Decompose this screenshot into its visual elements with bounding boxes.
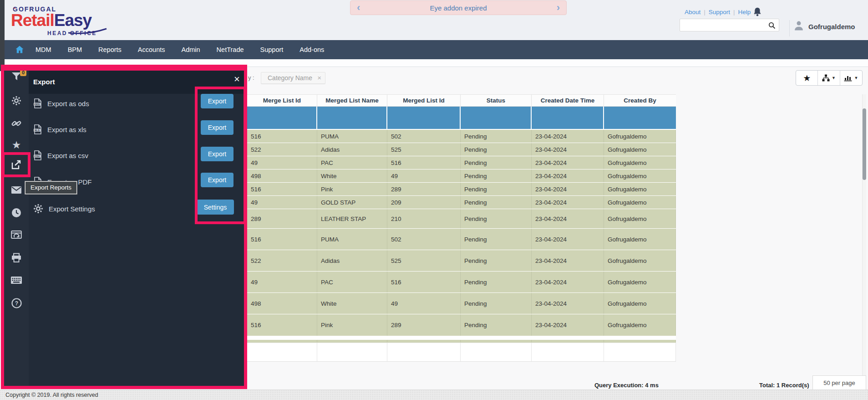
home-icon[interactable]: [15, 45, 24, 54]
export-icon[interactable]: [4, 159, 29, 171]
nav-item-bpm[interactable]: BPM: [68, 46, 82, 53]
keyboard-icon[interactable]: [4, 274, 29, 286]
column-filter-input[interactable]: [604, 107, 676, 129]
link-icon[interactable]: [4, 118, 29, 129]
nav-item-add-ons[interactable]: Add-ons: [299, 46, 324, 53]
vertical-scrollbar-thumb[interactable]: [863, 108, 866, 180]
table-filter-row: [247, 107, 676, 129]
table-cell: Gofrugaldemo: [604, 143, 676, 156]
table-row[interactable]: 498White49Pending23-04-2024Gofrugaldemo: [247, 169, 676, 183]
clock-icon[interactable]: [4, 207, 29, 219]
column-filter-input[interactable]: [387, 107, 461, 129]
table-row[interactable]: 289LEATHER STAP210Pending23-04-2024Gofru…: [247, 209, 676, 229]
table-cell: 516: [247, 183, 317, 195]
table-row[interactable]: 516Pink289Pending23-04-2024Gofrugaldemo: [247, 183, 676, 196]
link-separator: |: [704, 9, 706, 15]
table-row[interactable]: 516PUMA502Pending23-04-2024Gofrugaldemo: [247, 130, 676, 143]
table-cell: 23-04-2024: [532, 196, 604, 209]
export-button-1[interactable]: Export: [201, 94, 233, 108]
table-cell: 23-04-2024: [532, 314, 604, 336]
column-header-merge-list-id[interactable]: Merge List Id: [247, 95, 317, 106]
help-link[interactable]: Help: [738, 9, 751, 15]
column-header-created-by[interactable]: Created By: [604, 95, 676, 106]
column-filter-input[interactable]: [532, 107, 604, 129]
filter-chip-category-name[interactable]: Category Name ×: [261, 72, 325, 84]
nav-item-support[interactable]: Support: [260, 46, 284, 53]
nav-item-admin[interactable]: Admin: [182, 46, 200, 53]
table-partial-row: [247, 340, 676, 343]
table-cell: Gofrugaldemo: [604, 169, 676, 182]
column-header-merged-list-id[interactable]: Merged List Id: [387, 95, 461, 106]
favorite-button[interactable]: ★: [796, 71, 818, 85]
column-filter-input[interactable]: [461, 107, 532, 129]
export-button-2[interactable]: Export: [201, 120, 233, 135]
table-cell: 49: [247, 196, 317, 209]
table-row[interactable]: 522Adidas525Pending23-04-2024Gofrugaldem…: [247, 143, 676, 156]
user-avatar-icon[interactable]: [793, 20, 804, 32]
table-row[interactable]: 49GOLD STAP209Pending23-04-2024Gofrugald…: [247, 196, 676, 209]
nav-item-reports[interactable]: Reports: [98, 46, 122, 53]
export-option-export-as-csv[interactable]: CSVExport as csv: [33, 149, 88, 162]
banner-next-icon[interactable]: ›: [557, 1, 560, 14]
logo-retail-text: Retail: [11, 11, 54, 30]
export-option-export-as-xls[interactable]: XLSExport as xls: [33, 123, 86, 136]
table-cell: 23-04-2024: [532, 250, 604, 271]
table-cell: 525: [387, 250, 461, 271]
table-cell: 23-04-2024: [532, 272, 604, 292]
export-button-4[interactable]: Export: [201, 173, 233, 187]
table-cell: Gofrugaldemo: [604, 272, 676, 292]
chart-view-button[interactable]: ▼: [840, 71, 862, 85]
table-row[interactable]: 498White49Pending23-04-2024Gofrugaldemo: [247, 293, 676, 314]
printer-icon[interactable]: [4, 252, 29, 264]
column-header-merged-list-name[interactable]: Merged List Name: [317, 95, 387, 106]
monitor-icon[interactable]: [4, 229, 29, 241]
table-row[interactable]: 516Pink289Pending23-04-2024Gofrugaldemo: [247, 314, 676, 336]
table-row[interactable]: 49PAC516Pending23-04-2024Gofrugaldemo: [247, 156, 676, 169]
logo-swoosh: [67, 27, 107, 36]
svg-text:XLS: XLS: [35, 129, 40, 132]
export-panel-header: Export ×: [4, 71, 244, 94]
about-link[interactable]: About: [685, 9, 700, 15]
search-icon[interactable]: [768, 22, 776, 29]
per-page-selector[interactable]: 50 per page: [812, 375, 866, 390]
table-cell: 49: [247, 156, 317, 169]
user-name[interactable]: Gofrugaldemo: [808, 23, 855, 31]
filter-chip-label: Category Name: [268, 74, 312, 82]
export-button-3[interactable]: Export: [201, 147, 233, 161]
table-cell: Gofrugaldemo: [604, 196, 676, 209]
column-header-created-date-time[interactable]: Created Date Time: [532, 95, 604, 106]
help-icon[interactable]: ?: [4, 297, 29, 309]
nav-item-nettrade[interactable]: NetTrade: [217, 46, 244, 53]
column-filter-input[interactable]: [247, 107, 317, 129]
close-icon[interactable]: ×: [234, 73, 240, 85]
empty-cell: [532, 343, 604, 362]
star-icon[interactable]: ★: [4, 139, 29, 151]
table-cell: Pending: [461, 229, 532, 250]
tool-sidebar: 0 ★?: [4, 71, 29, 386]
table-cell: 289: [247, 209, 317, 228]
export-option-export-as-ods[interactable]: ODSExport as ods: [33, 97, 89, 110]
table-cell: 498: [247, 293, 317, 314]
query-execution-time: Query Execution: 4 ms: [594, 382, 659, 389]
partial-row-cell: [461, 340, 532, 343]
partial-row-cell: [247, 340, 317, 343]
column-header-status[interactable]: Status: [461, 95, 532, 106]
table-cell: Adidas: [317, 143, 387, 156]
chip-remove-icon[interactable]: ×: [317, 72, 321, 83]
banner-prev-icon[interactable]: ‹: [357, 1, 360, 14]
nav-item-accounts[interactable]: Accounts: [138, 46, 165, 53]
gear-icon[interactable]: [4, 95, 29, 107]
table-row[interactable]: 49PAC516Pending23-04-2024Gofrugaldemo: [247, 272, 676, 293]
hierarchy-view-button[interactable]: ▼: [818, 71, 840, 85]
notification-bell-icon[interactable]: [752, 7, 762, 17]
partial-row-cell: [532, 340, 604, 343]
gear-icon: [33, 204, 43, 214]
column-filter-input[interactable]: [317, 107, 387, 129]
search-input[interactable]: [683, 20, 765, 30]
export-option-export-settings[interactable]: Export Settings: [33, 202, 95, 215]
nav-item-mdm[interactable]: MDM: [36, 46, 51, 53]
support-link[interactable]: Support: [709, 9, 730, 15]
settings-button-5[interactable]: Settings: [197, 200, 234, 215]
table-row[interactable]: 516PUMA502Pending23-04-2024Gofrugaldemo: [247, 229, 676, 250]
table-row[interactable]: 522Adidas525Pending23-04-2024Gofrugaldem…: [247, 250, 676, 272]
